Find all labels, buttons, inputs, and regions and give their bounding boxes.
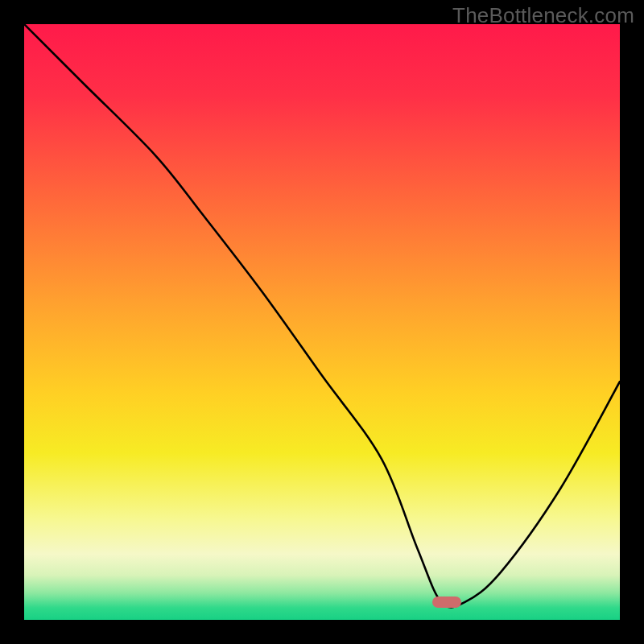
optimum-marker (432, 597, 461, 608)
chart-container: TheBottleneck.com (0, 0, 644, 644)
watermark-text: TheBottleneck.com (452, 3, 634, 28)
plot-area (24, 24, 620, 620)
bottleneck-curve (24, 24, 620, 620)
